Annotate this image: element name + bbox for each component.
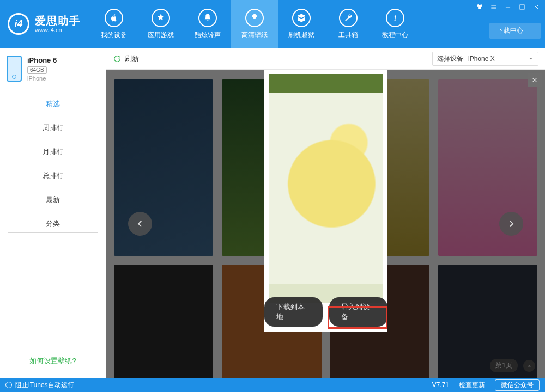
download-center-label: 下载中心 <box>497 26 523 35</box>
category-label: 周排行 <box>43 123 64 133</box>
chevron-down-icon <box>528 56 534 62</box>
nav-my-device[interactable]: 我的设备 <box>90 0 137 48</box>
top-bar: i4 爱思助手 www.i4.cn 我的设备 应用游戏 酷炫铃声 高清壁纸 刷机… <box>0 0 545 48</box>
toolbar: 刷新 选择设备: iPhone X <box>106 48 545 70</box>
device-info[interactable]: iPhone 6 64GB iPhone <box>0 48 106 89</box>
category-all[interactable]: 总排行 <box>8 167 98 185</box>
status-bar: 阻止iTunes自动运行 V7.71 检查更新 微信公众号 <box>0 378 545 392</box>
preview-image <box>269 74 383 303</box>
flower-icon <box>245 9 264 27</box>
close-icon <box>531 76 538 84</box>
status-icon <box>5 382 12 388</box>
button-label: 导入到设备 <box>341 303 370 321</box>
category-list: 精选 周排行 月排行 总排行 最新 分类 <box>0 93 106 235</box>
nav-label: 酷炫铃声 <box>195 30 221 40</box>
main-nav: 我的设备 应用游戏 酷炫铃声 高清壁纸 刷机越狱 工具箱 i 教程中心 <box>90 0 419 48</box>
category-newest[interactable]: 最新 <box>8 191 98 209</box>
preview-actions: 下载到本地 导入到设备 <box>264 297 387 327</box>
category-types[interactable]: 分类 <box>8 215 98 233</box>
appstore-icon <box>152 9 170 27</box>
category-weekly[interactable]: 周排行 <box>8 119 98 137</box>
bell-icon <box>198 9 217 27</box>
maximize-button[interactable] <box>518 3 526 11</box>
nav-label: 教程中心 <box>382 30 408 40</box>
device-select[interactable]: 选择设备: iPhone X <box>432 52 538 66</box>
help-label: 如何设置壁纸? <box>29 356 76 366</box>
refresh-icon <box>113 54 122 63</box>
device-type: iPhone <box>27 75 57 82</box>
preview-card: 下载到本地 导入到设备 <box>264 70 387 332</box>
window-controls <box>475 3 541 11</box>
nav-label: 工具箱 <box>338 30 358 40</box>
device-storage: 64GB <box>27 66 47 74</box>
category-label: 分类 <box>46 219 60 229</box>
refresh-button[interactable]: 刷新 <box>113 54 139 64</box>
shirt-icon[interactable] <box>475 3 484 11</box>
download-icon <box>526 28 533 34</box>
box-icon <box>292 9 311 27</box>
phone-icon <box>7 56 22 82</box>
itunes-block-toggle[interactable]: 阻止iTunes自动运行 <box>15 381 74 390</box>
minimize-button[interactable] <box>504 3 512 11</box>
nav-label: 我的设备 <box>101 30 127 40</box>
nav-apps[interactable]: 应用游戏 <box>137 0 184 48</box>
download-center-button[interactable]: 下载中心 <box>489 23 541 39</box>
import-device-button[interactable]: 导入到设备 <box>329 297 387 327</box>
category-label: 总排行 <box>43 171 64 181</box>
wrench-icon <box>339 9 358 27</box>
app-url: www.i4.cn <box>35 27 81 33</box>
nav-label: 高清壁纸 <box>241 30 268 40</box>
close-preview-button[interactable] <box>528 73 542 87</box>
app-name: 爱思助手 <box>35 15 81 27</box>
preview-overlay: 下载到本地 导入到设备 <box>106 70 545 378</box>
close-button[interactable] <box>532 3 541 11</box>
nav-tutorials[interactable]: i 教程中心 <box>372 0 419 48</box>
menu-icon[interactable] <box>489 3 498 11</box>
sidebar: iPhone 6 64GB iPhone 精选 周排行 月排行 总排行 最新 分… <box>0 48 106 378</box>
chevron-right-icon <box>506 219 516 229</box>
nav-label: 刷机越狱 <box>288 30 314 40</box>
nav-toolbox[interactable]: 工具箱 <box>325 0 372 48</box>
refresh-label: 刷新 <box>125 54 139 64</box>
download-local-button[interactable]: 下载到本地 <box>264 297 323 327</box>
help-link[interactable]: 如何设置壁纸? <box>8 352 98 370</box>
category-featured[interactable]: 精选 <box>8 95 98 113</box>
prev-button[interactable] <box>128 212 152 236</box>
svg-rect-0 <box>520 5 524 9</box>
app-logo: i4 爱思助手 www.i4.cn <box>0 13 90 35</box>
logo-icon: i4 <box>8 13 29 35</box>
info-icon: i <box>386 9 404 27</box>
device-name: iPhone 6 <box>27 56 57 64</box>
nav-label: 应用游戏 <box>148 30 174 40</box>
chevron-left-icon <box>135 219 145 229</box>
category-label: 最新 <box>46 195 60 205</box>
nav-jailbreak[interactable]: 刷机越狱 <box>278 0 325 48</box>
device-select-value: iPhone X <box>468 55 517 63</box>
next-button[interactable] <box>499 212 523 236</box>
apple-icon <box>105 9 123 27</box>
button-label: 下载到本地 <box>276 303 305 321</box>
check-update-link[interactable]: 检查更新 <box>459 381 485 390</box>
category-label: 精选 <box>46 99 60 109</box>
device-select-label: 选择设备: <box>437 54 465 63</box>
category-monthly[interactable]: 月排行 <box>8 143 98 161</box>
nav-ringtones[interactable]: 酷炫铃声 <box>184 0 231 48</box>
version-label: V7.71 <box>432 381 449 389</box>
nav-wallpapers[interactable]: 高清壁纸 <box>231 0 278 48</box>
category-label: 月排行 <box>43 147 64 157</box>
wechat-link[interactable]: 微信公众号 <box>495 379 540 391</box>
